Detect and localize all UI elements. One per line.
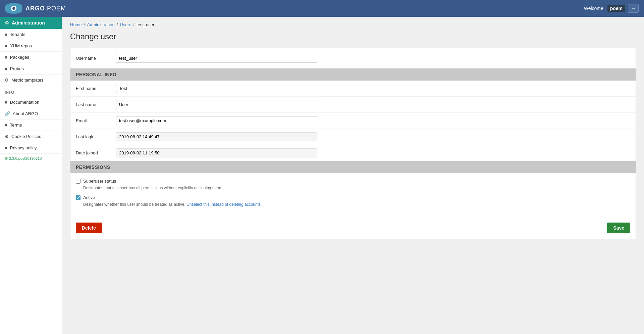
last-name-input[interactable] [116,100,317,109]
username-row: Username [70,48,636,68]
superuser-help-text: Designates that this user has all permis… [83,186,630,190]
superuser-row: Superuser status [76,179,630,184]
email-row: Email [70,113,636,129]
active-row: Active [76,195,630,200]
page-title: Change user [70,32,636,41]
terms-icon: ■ [5,123,7,128]
welcome-text: Welcome, [584,6,605,11]
last-login-input [116,132,317,141]
sidebar-item-about-argo[interactable]: 🔗 About ARGO [0,108,62,120]
logout-button[interactable]: → [628,4,639,13]
sidebar-item-label: Probes [10,66,24,71]
breadcrumb-sep-2: / [117,22,118,27]
active-checkbox[interactable] [76,195,80,200]
button-row: Delete Save [70,217,636,239]
superuser-label[interactable]: Superuser status [83,179,116,184]
first-name-label: First name [76,86,116,91]
app-title: ARGO POEM [25,5,66,12]
email-input[interactable] [116,116,317,125]
archive-icon: ■ [5,55,7,60]
sidebar-item-terms[interactable]: ■ Terms [0,120,62,131]
sidebar-item-cookie-policies[interactable]: ⚙ Cookie Policies [0,131,62,142]
last-name-row: Last name [70,97,636,113]
username-input[interactable] [116,54,317,63]
first-name-row: First name [70,81,636,97]
probe-icon: ■ [5,66,7,71]
server-icon: ■ [5,43,7,48]
building-icon: ■ [5,32,7,37]
save-button[interactable]: Save [607,223,630,233]
header-right: Welcome, poem → [584,4,639,13]
active-help-text: Designates whether this user should be t… [83,202,630,207]
sidebar-info-label: INFO [0,86,62,97]
sidebar-item-label: Cookie Policies [11,134,41,139]
breadcrumb-home[interactable]: Home [70,22,82,27]
sidebar-item-privacy-policy[interactable]: ■ Privacy policy [0,142,62,154]
sidebar-item-label: Privacy policy [10,145,37,150]
sidebar-item-documentation[interactable]: ■ Documentation [0,97,62,108]
breadcrumb-sep-3: / [133,22,135,27]
active-label[interactable]: Active [83,195,95,200]
breadcrumb: Home / Administration / Users / test_use… [70,22,636,27]
breadcrumb-administration[interactable]: Administration [87,22,114,27]
last-name-label: Last name [76,102,116,107]
sidebar-item-label: YUM repos [10,43,32,48]
wrench-icon: ⚙ [5,20,9,26]
header: ARGO POEM Welcome, poem → [0,0,644,17]
superuser-checkbox[interactable] [76,179,80,184]
logged-in-username: poem [607,5,625,12]
sidebar-item-label: About ARGO [13,111,38,116]
permissions-header: PERMISSIONS [70,161,636,173]
version-icon: ⚙ [5,156,8,160]
last-login-row: Last login [70,129,636,145]
sidebar-item-label: Documentation [10,100,39,105]
sidebar-item-label: Metric templates [11,78,43,83]
sidebar-item-packages[interactable]: ■ Packages [0,52,62,63]
doc-icon: ■ [5,100,7,105]
main-content: Home / Administration / Users / test_use… [62,17,644,334]
sidebar-item-label: Packages [10,55,29,60]
sidebar-item-label: Tenants [10,32,25,37]
sidebar-admin-header[interactable]: ⚙ Administration [0,17,62,29]
sidebar-admin-label: Administration [12,20,45,26]
version-label: ⚙ 2.3.0.post20190710 [0,154,62,163]
argo-logo [5,3,22,14]
email-label: Email [76,118,116,123]
gear-icon: ⚙ [5,78,9,83]
sidebar-item-metric-templates[interactable]: ⚙ Metric templates [0,75,62,86]
date-joined-input [116,148,317,157]
breadcrumb-users[interactable]: Users [120,22,131,27]
form-card: Username PERSONAL INFO First name Last n… [70,48,636,239]
layout: ⚙ Administration ■ Tenants ■ YUM repos ■… [0,17,644,334]
username-label: Username [76,56,116,61]
header-left: ARGO POEM [5,3,66,14]
sidebar-item-tenants[interactable]: ■ Tenants [0,29,62,40]
date-joined-label: Date joined [76,150,116,155]
delete-button[interactable]: Delete [76,223,102,233]
sidebar-item-yum-repos[interactable]: ■ YUM repos [0,40,62,52]
active-help-link[interactable]: Unselect this instead of deleting accoun… [186,202,262,207]
sidebar-item-label: Terms [10,123,22,128]
last-login-label: Last login [76,134,116,139]
breadcrumb-sep-1: / [84,22,85,27]
cookie-icon: ⚙ [5,134,9,139]
breadcrumb-current: test_user [137,22,154,27]
privacy-icon: ■ [5,145,7,150]
permissions-section: Superuser status Designates that this us… [70,173,636,217]
date-joined-row: Date joined [70,145,636,161]
sidebar: ⚙ Administration ■ Tenants ■ YUM repos ■… [0,17,62,334]
first-name-input[interactable] [116,84,317,93]
sidebar-item-probes[interactable]: ■ Probes [0,63,62,75]
personal-info-header: PERSONAL INFO [70,68,636,81]
personal-info-section: First name Last name Email Last login Da… [70,81,636,161]
link-icon: 🔗 [5,111,10,116]
